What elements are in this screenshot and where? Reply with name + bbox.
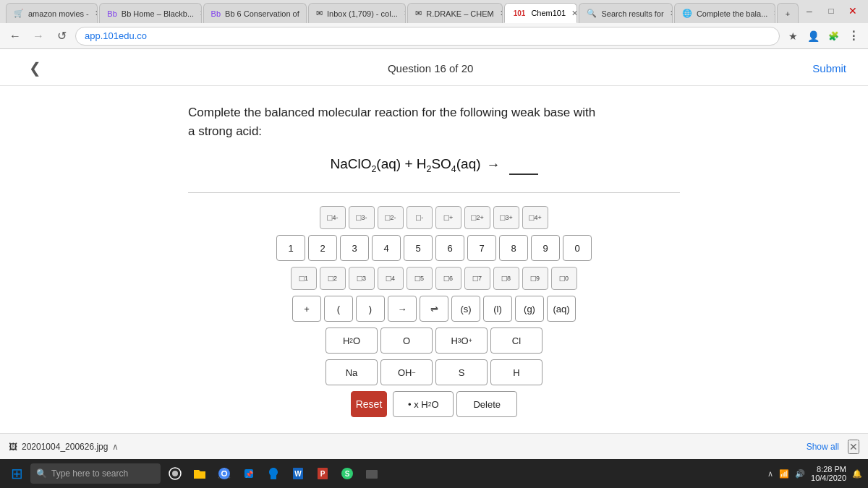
start-button[interactable]: ⊞ xyxy=(6,463,27,484)
extensions-button[interactable]: 🧩 xyxy=(825,27,842,45)
sub-6-btn[interactable]: □6 xyxy=(435,267,461,290)
taskbar-app-s-icon[interactable]: S xyxy=(336,462,359,485)
sulfur-btn[interactable]: S xyxy=(435,359,488,385)
sub-2-btn[interactable]: □2 xyxy=(320,267,346,290)
taskbar-volume-icon[interactable]: 🔊 xyxy=(795,469,805,479)
reload-button[interactable]: ↺ xyxy=(52,27,71,46)
water-coefficient-btn[interactable]: • x H2O xyxy=(393,391,454,417)
hydroxide-btn[interactable]: OH– xyxy=(380,359,433,385)
sub-8-btn[interactable]: □8 xyxy=(493,267,519,290)
num-4-btn[interactable]: 4 xyxy=(372,235,401,261)
num-6-btn[interactable]: 6 xyxy=(435,235,464,261)
aqueous-state-btn[interactable]: (aq) xyxy=(547,296,576,322)
compound-row-2: Na OH– S H xyxy=(326,359,542,385)
charge-2minus-btn[interactable]: □2- xyxy=(378,206,404,229)
charge-3plus-btn[interactable]: □3+ xyxy=(493,206,519,229)
submit-button[interactable]: Submit xyxy=(812,62,846,74)
arrow-btn[interactable]: → xyxy=(388,296,417,322)
sub-1-btn[interactable]: □1 xyxy=(291,267,317,290)
sub-3-btn[interactable]: □3 xyxy=(349,267,375,290)
taskbar-explorer-icon[interactable] xyxy=(188,462,211,485)
tab-inbox[interactable]: ✉ Inbox (1,709) - col... ✕ xyxy=(308,3,406,23)
restore-button[interactable]: □ xyxy=(822,1,841,20)
taskbar-word-icon[interactable]: W xyxy=(286,462,310,485)
taskbar-search-bar[interactable]: 🔍 Type here to search xyxy=(30,463,161,484)
time-display[interactable]: 8:28 PM 10/4/2020 xyxy=(811,465,846,482)
back-page-button[interactable]: ❮ xyxy=(22,59,48,77)
hydrogen-btn[interactable]: H xyxy=(490,359,542,385)
num-0-btn[interactable]: 0 xyxy=(563,235,592,261)
taskbar-pin-icon[interactable]: 📌 xyxy=(237,462,260,485)
tab-inbox-close[interactable]: ✕ xyxy=(404,9,406,18)
charge-4minus-btn[interactable]: □4- xyxy=(320,206,346,229)
tab-rdrake-close[interactable]: ✕ xyxy=(500,9,503,18)
plus-operator-btn[interactable]: + xyxy=(292,296,321,322)
sub-4-btn[interactable]: □4 xyxy=(378,267,404,290)
gas-state-btn[interactable]: (g) xyxy=(515,296,544,322)
tab-bb-conservation[interactable]: Bb Bb 6 Conservation of ✕ xyxy=(203,3,307,23)
taskbar-up-icon[interactable]: ∧ xyxy=(767,469,773,479)
reset-button[interactable]: Reset xyxy=(351,391,388,417)
delete-button[interactable]: Delete xyxy=(456,391,517,417)
num-1-btn[interactable]: 1 xyxy=(276,235,305,261)
chloride-btn[interactable]: Cl xyxy=(490,328,542,354)
num-2-btn[interactable]: 2 xyxy=(308,235,337,261)
equilibrium-btn[interactable]: ⇌ xyxy=(420,296,448,322)
tab-bb-conservation-close[interactable]: ✕ xyxy=(305,9,307,18)
taskbar-powerpoint-icon[interactable]: P xyxy=(311,462,334,485)
bookmark-button[interactable]: ★ xyxy=(784,27,801,45)
charge-2plus-btn[interactable]: □2+ xyxy=(464,206,490,229)
oxygen-btn[interactable]: O xyxy=(380,328,433,354)
tab-rdrake[interactable]: ✉ R.DRAKE – CHEM ✕ xyxy=(407,3,502,23)
charge-4plus-btn[interactable]: □4+ xyxy=(522,206,548,229)
address-input[interactable] xyxy=(75,27,780,46)
sub-0-btn[interactable]: □0 xyxy=(551,267,577,290)
tab-search-results[interactable]: 🔍 Search results for ✕ xyxy=(579,3,672,23)
right-paren-btn[interactable]: ) xyxy=(356,296,385,322)
num-8-btn[interactable]: 8 xyxy=(499,235,528,261)
charge-minus-btn[interactable]: □- xyxy=(407,206,433,229)
num-5-btn[interactable]: 5 xyxy=(404,235,433,261)
download-chevron-icon[interactable]: ∧ xyxy=(112,442,119,452)
minimize-button[interactable]: – xyxy=(800,1,819,20)
show-all-button[interactable]: Show all xyxy=(807,442,839,452)
num-3-btn[interactable]: 3 xyxy=(340,235,369,261)
close-window-button[interactable]: ✕ xyxy=(843,1,862,20)
reaction-answer-input[interactable] xyxy=(509,155,538,175)
charge-plus-btn[interactable]: □+ xyxy=(435,206,461,229)
charge-3minus-btn[interactable]: □3- xyxy=(349,206,375,229)
taskbar-folder2-icon[interactable] xyxy=(360,462,383,485)
new-tab-button[interactable]: + xyxy=(777,3,799,23)
taskbar-edge-icon[interactable] xyxy=(262,462,285,485)
browser-menu-button[interactable]: ⋮ xyxy=(845,27,862,45)
tab-amazon[interactable]: 🛒 amazon movies - ✕ xyxy=(6,3,98,23)
forward-button[interactable]: → xyxy=(29,27,48,46)
tab-complete-bala-icon: 🌐 xyxy=(682,9,692,18)
sub-7-btn[interactable]: □7 xyxy=(464,267,490,290)
hydronium-btn[interactable]: H3O+ xyxy=(435,328,488,354)
tab-complete-bala[interactable]: 🌐 Complete the bala... ✕ xyxy=(674,3,775,23)
download-bar-close-button[interactable]: ✕ xyxy=(848,440,859,454)
profile-button[interactable]: 👤 xyxy=(804,27,822,45)
tab-chem101-close[interactable]: ✕ xyxy=(571,9,577,18)
sub-5-btn[interactable]: □5 xyxy=(407,267,433,290)
tab-amazon-close[interactable]: ✕ xyxy=(95,9,98,18)
back-button[interactable]: ← xyxy=(6,27,25,46)
tab-bb-home[interactable]: Bb Bb Home – Blackb... ✕ xyxy=(99,3,201,23)
tab-chem101[interactable]: 101 Chem101 ✕ xyxy=(504,3,578,23)
water-btn[interactable]: H2O xyxy=(326,328,378,354)
taskbar-chrome-icon[interactable] xyxy=(213,462,236,485)
taskbar-notification-icon[interactable]: 🔔 xyxy=(852,469,862,479)
tab-bb-home-close[interactable]: ✕ xyxy=(200,9,202,18)
taskbar-cortana-icon[interactable] xyxy=(163,462,187,485)
num-7-btn[interactable]: 7 xyxy=(467,235,496,261)
tab-search-results-close[interactable]: ✕ xyxy=(670,9,673,18)
liquid-state-btn[interactable]: (l) xyxy=(483,296,512,322)
svg-point-4 xyxy=(223,472,226,476)
left-paren-btn[interactable]: ( xyxy=(324,296,353,322)
sub-9-btn[interactable]: □9 xyxy=(522,267,548,290)
sodium-btn[interactable]: Na xyxy=(326,359,378,385)
tab-complete-bala-close[interactable]: ✕ xyxy=(773,9,775,18)
num-9-btn[interactable]: 9 xyxy=(531,235,560,261)
solid-state-btn[interactable]: (s) xyxy=(451,296,480,322)
